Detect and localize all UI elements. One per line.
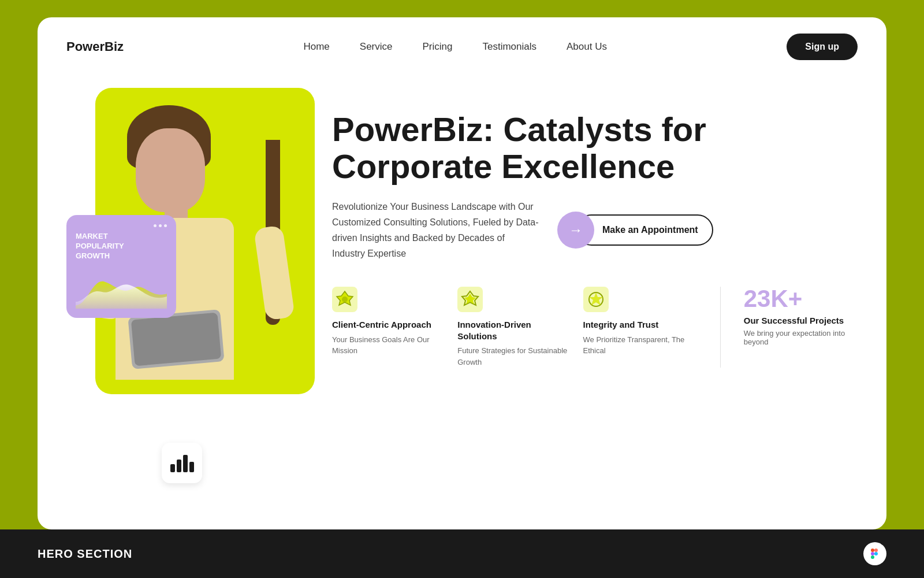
feature-title-1: Client-Centric Approach [332, 319, 446, 331]
svg-point-2 [342, 297, 348, 302]
svg-point-11 [871, 555, 874, 559]
feature-desc-1: Your Business Goals Are Our Mission [332, 334, 446, 357]
nav-pricing[interactable]: Pricing [422, 41, 452, 53]
bottom-label: HERO SECTION [38, 547, 132, 561]
nav-home[interactable]: Home [303, 41, 329, 53]
appointment-button[interactable]: → Make an Appointment [557, 212, 713, 249]
feature-integrity: Integrity and Trust We Prioritize Transp… [583, 287, 709, 357]
figma-icon [863, 542, 886, 565]
stat-divider [720, 287, 721, 368]
nav-about[interactable]: About Us [567, 41, 607, 53]
market-card: MARKET POPULARITY GROWTH [66, 215, 176, 318]
market-dots [76, 224, 167, 227]
hero-right: PowerBiz: Catalysts for Corporate Excell… [332, 88, 858, 512]
appointment-circle[interactable]: → [557, 212, 594, 249]
navbar: PowerBiz Home Service Pricing Testimonia… [38, 17, 886, 76]
feature-icon-2 [457, 287, 483, 312]
bar-chart-icon [170, 454, 194, 472]
signup-button[interactable]: Sign up [787, 34, 858, 60]
feature-icon-3 [583, 287, 609, 312]
bottom-bar: HERO SECTION [0, 529, 924, 578]
bar-3 [183, 455, 188, 472]
feature-desc-3: We Prioritize Transparent, The Ethical [583, 334, 697, 357]
nav-testimonials[interactable]: Testimonials [482, 41, 536, 53]
feature-icon-1 [332, 287, 357, 312]
dot-3 [164, 224, 167, 227]
appointment-text[interactable]: Make an Appointment [576, 214, 713, 246]
bar-4 [189, 462, 194, 472]
feature-title-2: Innovation-Driven Solutions [457, 319, 571, 342]
hero-section: MARKET POPULARITY GROWTH [38, 76, 886, 529]
features-row: Client-Centric Approach Your Business Go… [332, 287, 858, 368]
svg-point-10 [871, 552, 874, 555]
svg-point-9 [871, 549, 874, 552]
nav-service[interactable]: Service [360, 41, 393, 53]
stat-number: 23K+ [744, 287, 858, 311]
svg-point-12 [874, 549, 878, 552]
stat-item: 23K+ Our Successful Projects We bring yo… [732, 287, 858, 346]
hero-title: PowerBiz: Catalysts for Corporate Excell… [332, 111, 858, 185]
bar-2 [177, 460, 181, 472]
chart-icon-box [162, 443, 202, 483]
svg-point-13 [874, 552, 878, 555]
dot-2 [159, 224, 162, 227]
feature-client-centric: Client-Centric Approach Your Business Go… [332, 287, 457, 357]
dot-1 [154, 224, 157, 227]
market-chart [76, 268, 167, 309]
stat-desc: We bring your expectation into beyond [744, 329, 858, 346]
feature-desc-2: Future Strategies for Sustainable Growth [457, 345, 571, 368]
hero-description: Revolutionize Your Business Landscape wi… [332, 199, 540, 262]
brand-logo: PowerBiz [66, 39, 124, 54]
hero-body-area: Revolutionize Your Business Landscape wi… [332, 199, 858, 262]
market-card-title: MARKET POPULARITY GROWTH [76, 232, 167, 261]
nav-links: Home Service Pricing Testimonials About … [303, 41, 607, 53]
feature-title-3: Integrity and Trust [583, 319, 697, 331]
feature-innovation: Innovation-Driven Solutions Future Strat… [457, 287, 583, 368]
stat-label: Our Successful Projects [744, 316, 858, 325]
arrow-icon: → [569, 222, 583, 238]
bar-1 [170, 464, 175, 472]
page-wrapper: PowerBiz Home Service Pricing Testimonia… [0, 0, 924, 578]
hero-image-area: MARKET POPULARITY GROWTH [66, 88, 309, 512]
main-card: PowerBiz Home Service Pricing Testimonia… [38, 17, 886, 529]
